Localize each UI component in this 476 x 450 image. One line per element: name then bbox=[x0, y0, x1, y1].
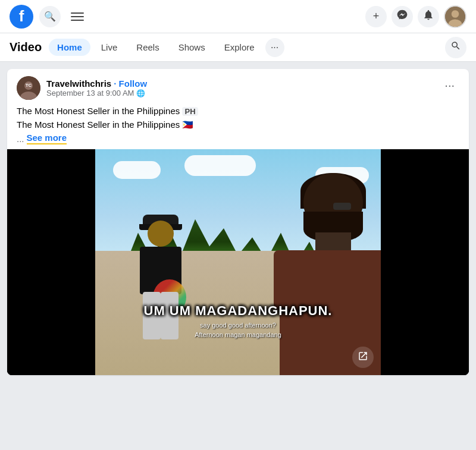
person1-body bbox=[140, 247, 181, 294]
post-text-line-2: The Most Honest Seller in the Philippine… bbox=[17, 118, 459, 132]
content-area: TC Travelwithchris · Follow September 13… bbox=[0, 62, 476, 382]
post-author-name[interactable]: Travelwithchris bbox=[46, 78, 111, 89]
add-icon: + bbox=[373, 10, 380, 23]
topbar-right: + bbox=[365, 5, 466, 28]
post-more-button[interactable]: ··· bbox=[440, 76, 459, 95]
post-text: The Most Honest Seller in the Philippine… bbox=[7, 105, 469, 149]
post-author-avatar[interactable]: TC bbox=[17, 76, 40, 100]
video-container[interactable]: UM UM MAGADANGHAPUN. say good good after… bbox=[7, 149, 469, 375]
tab-more-button[interactable]: ··· bbox=[265, 38, 284, 57]
expand-icon bbox=[358, 351, 368, 364]
person-right bbox=[274, 173, 381, 375]
messenger-button[interactable] bbox=[392, 6, 413, 27]
menu-button[interactable] bbox=[67, 6, 88, 27]
subtitle-main-text: UM UM MAGADANGHAPUN. bbox=[101, 303, 375, 319]
globe-icon: 🌐 bbox=[136, 89, 145, 97]
post-timestamp-line: September 13 at 9:00 AM 🌐 bbox=[46, 89, 147, 97]
notifications-button[interactable] bbox=[418, 6, 439, 27]
video-player[interactable]: UM UM MAGADANGHAPUN. say good good after… bbox=[7, 149, 469, 375]
subtitle-small-1: say good good afternoon? bbox=[101, 321, 375, 330]
tab-home[interactable]: Home bbox=[49, 39, 90, 56]
messenger-icon bbox=[396, 9, 408, 24]
person2-glasses bbox=[333, 203, 351, 210]
tab-explore[interactable]: Explore bbox=[216, 39, 263, 56]
user-avatar[interactable] bbox=[444, 5, 466, 28]
menu-line-1 bbox=[71, 12, 84, 14]
subtitle-area: UM UM MAGADANGHAPUN. say good good after… bbox=[95, 303, 381, 339]
topbar: f 🔍 + bbox=[0, 0, 476, 33]
see-more-line: ... See more bbox=[17, 133, 459, 144]
cloud-2 bbox=[184, 155, 256, 176]
svg-text:TC: TC bbox=[26, 83, 32, 88]
avatar-image bbox=[445, 7, 465, 27]
video-scene: UM UM MAGADANGHAPUN. say good good after… bbox=[95, 149, 381, 375]
person1-head bbox=[148, 221, 174, 247]
post-card: TC Travelwithchris · Follow September 13… bbox=[7, 69, 469, 375]
ph-badge: PH bbox=[182, 107, 198, 116]
search-button[interactable]: 🔍 bbox=[39, 6, 61, 27]
post-text-line-1: The Most Honest Seller in the Philippine… bbox=[17, 105, 459, 118]
post-header: TC Travelwithchris · Follow September 13… bbox=[7, 69, 469, 105]
tab-shows[interactable]: Shows bbox=[170, 39, 214, 56]
cloud-1 bbox=[113, 161, 161, 179]
post-timestamp: September 13 at 9:00 AM bbox=[46, 89, 134, 97]
video-black-right bbox=[381, 149, 469, 375]
tab-reels[interactable]: Reels bbox=[128, 39, 167, 56]
bell-icon bbox=[422, 9, 434, 24]
topbar-left: f 🔍 bbox=[10, 5, 88, 29]
facebook-logo[interactable]: f bbox=[10, 5, 33, 29]
add-button[interactable]: + bbox=[365, 6, 387, 27]
ellipsis-icon: ··· bbox=[444, 78, 455, 92]
post-avatar-image: TC bbox=[17, 76, 40, 100]
see-more-link[interactable]: See more bbox=[27, 133, 67, 144]
tab-live[interactable]: Live bbox=[93, 39, 126, 56]
post-meta: Travelwithchris · Follow September 13 at… bbox=[46, 78, 147, 97]
search-icon: 🔍 bbox=[44, 11, 56, 22]
tabbar-search-button[interactable] bbox=[445, 37, 466, 58]
ellipsis-text: ... bbox=[17, 134, 24, 144]
menu-line-3 bbox=[71, 20, 84, 21]
video-black-left bbox=[7, 149, 95, 375]
menu-line-2 bbox=[71, 16, 84, 17]
post-author-line: Travelwithchris · Follow bbox=[46, 78, 147, 89]
tabbar-search-icon bbox=[450, 40, 461, 54]
post-header-left: TC Travelwithchris · Follow September 13… bbox=[17, 76, 147, 100]
video-tabbar: Video Home Live Reels Shows Explore ··· bbox=[0, 33, 476, 62]
post-follow-button[interactable]: · Follow bbox=[114, 78, 147, 89]
video-section-title: Video bbox=[10, 40, 42, 54]
more-icon: ··· bbox=[271, 42, 278, 53]
subtitle-small-2: Afternoon magan magandang bbox=[101, 331, 375, 339]
expand-button[interactable] bbox=[352, 347, 374, 368]
svg-point-1 bbox=[452, 10, 459, 18]
